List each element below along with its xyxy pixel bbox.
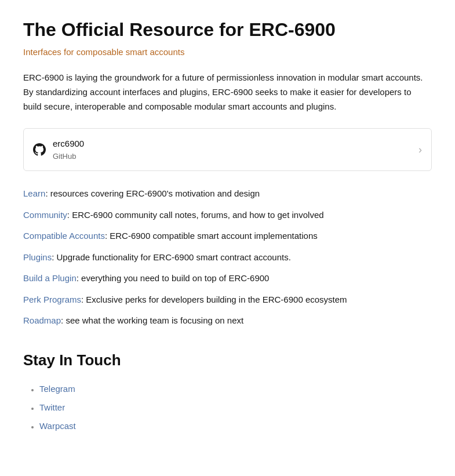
link-item-plugins: Plugins: Upgrade functionality for ERC-6… [23,251,432,264]
link-item-build-a-plugin: Build a Plugin: everything you need to b… [23,272,432,285]
list-item-twitter: Twitter [39,401,432,415]
warpcast-link[interactable]: Warpcast [39,421,76,431]
stay-in-touch-heading: Stay In Touch [23,348,432,373]
perk-programs-link[interactable]: Perk Programs [23,295,81,304]
compatible-accounts-link[interactable]: Compatible Accounts [23,231,105,241]
page-description: ERC-6900 is laying the groundwork for a … [23,71,432,114]
page-subtitle: Interfaces for composable smart accounts [23,45,432,59]
roadmap-link[interactable]: Roadmap [23,315,61,325]
community-link[interactable]: Community [23,210,67,220]
perk-programs-description: : Exclusive perks for developers buildin… [81,295,347,304]
plugins-link[interactable]: Plugins [23,252,52,262]
github-card-text: erc6900 GitHub [53,137,84,163]
compatible-accounts-description: : ERC-6900 compatible smart account impl… [105,231,318,241]
github-card-left: erc6900 GitHub [33,137,84,163]
link-item-compatible-accounts: Compatible Accounts: ERC-6900 compatible… [23,230,432,243]
twitter-link[interactable]: Twitter [39,402,65,412]
page-title: The Official Resource for ERC-6900 [23,19,432,41]
chevron-right-icon: › [418,141,422,158]
list-item-warpcast: Warpcast [39,419,432,433]
community-description: : ERC-6900 community call notes, forums,… [67,210,324,220]
link-item-community: Community: ERC-6900 community call notes… [23,209,432,222]
telegram-link[interactable]: Telegram [39,384,75,394]
link-item-learn: Learn: resources covering ERC-6900's mot… [23,187,432,201]
github-icon [33,143,46,156]
github-card[interactable]: erc6900 GitHub › [23,128,432,172]
build-a-plugin-link[interactable]: Build a Plugin [23,273,77,283]
roadmap-description: : see what the working team is focusing … [61,315,243,325]
repo-source: GitHub [53,151,84,163]
plugins-description: : Upgrade functionality for ERC-6900 sma… [52,252,291,262]
link-item-roadmap: Roadmap: see what the working team is fo… [23,314,432,328]
touch-list: Telegram Twitter Warpcast [23,382,432,433]
link-item-perk-programs: Perk Programs: Exclusive perks for devel… [23,293,432,307]
links-section: Learn: resources covering ERC-6900's mot… [23,187,432,328]
repo-name: erc6900 [53,137,84,151]
list-item-telegram: Telegram [39,382,432,396]
build-a-plugin-description: : everything you need to build on top of… [77,273,270,283]
learn-description: : resources covering ERC-6900's motivati… [45,188,260,198]
learn-link[interactable]: Learn [23,188,45,198]
